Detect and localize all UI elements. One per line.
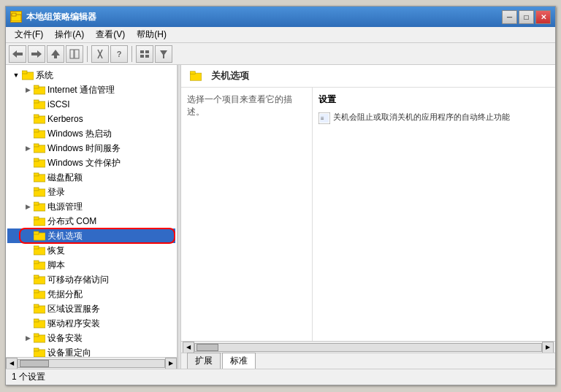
list-item[interactable]: 恢复	[7, 243, 175, 258]
description-text: 选择一个项目来查看它的描述。	[187, 94, 292, 117]
show-hide-button[interactable]	[66, 45, 83, 63]
tree-item-label: 恢复	[47, 244, 65, 257]
list-item[interactable]: iSCSI	[7, 97, 175, 112]
svg-rect-12	[140, 50, 144, 53]
folder-icon	[34, 85, 45, 95]
tree-root-system[interactable]: ▼ 系统	[7, 68, 175, 82]
list-item[interactable]: 驱动程序安装	[7, 316, 175, 331]
svg-rect-48	[34, 290, 39, 293]
expand-icon	[22, 245, 34, 256]
tab-extended[interactable]: 扩展	[187, 353, 221, 369]
svg-rect-14	[140, 55, 144, 58]
svg-rect-30	[34, 158, 39, 161]
right-panel-title: 关机选项	[211, 69, 249, 82]
folder-icon	[34, 347, 45, 357]
folder-icon	[34, 333, 45, 343]
svg-rect-26	[34, 129, 39, 132]
list-item[interactable]: ▶ Windows 时间服务	[7, 141, 175, 155]
list-item[interactable]: 登录	[7, 185, 175, 199]
menu-view[interactable]: 查看(V)	[90, 27, 131, 42]
svg-rect-56	[34, 348, 39, 351]
tree-container[interactable]: ▼ 系统 ▶ Internet 通信管理	[6, 65, 177, 357]
settings-item-text: 关机会阻止或取消关机的应用程序的自动终止功能	[333, 112, 510, 123]
maximize-button[interactable]: □	[519, 10, 534, 24]
list-item[interactable]: Kerberos	[7, 112, 175, 126]
settings-item: ≡ 关机会阻止或取消关机的应用程序的自动终止功能	[318, 112, 549, 124]
list-item[interactable]: ▶ Internet 通信管理	[7, 82, 175, 97]
svg-rect-7	[54, 55, 57, 58]
main-window: 本地组策略编辑器 ─ □ ✕ 文件(F) 操作(A) 查看(V) 帮助(H)	[5, 6, 556, 385]
forward-button[interactable]	[28, 45, 45, 63]
folder-icon	[34, 216, 45, 226]
menu-file[interactable]: 文件(F)	[9, 27, 49, 42]
scroll-left-button[interactable]: ◀	[6, 358, 18, 369]
help-button[interactable]: ?	[110, 45, 128, 63]
list-item[interactable]: 磁盘配额	[7, 170, 175, 185]
title-bar-left: 本地组策略编辑器	[10, 11, 96, 23]
tree-item-label: 磁盘配额	[47, 171, 83, 184]
list-item[interactable]: 可移动存储访问	[7, 272, 175, 287]
svg-rect-18	[22, 71, 27, 74]
list-item[interactable]: ▶ 电源管理	[7, 199, 175, 214]
expand-icon: ▼	[10, 69, 22, 81]
svg-rect-46	[34, 275, 39, 278]
title-bar: 本地组策略编辑器 ─ □ ✕	[6, 7, 555, 27]
window-title: 本地组策略编辑器	[26, 11, 96, 23]
svg-rect-54	[34, 334, 39, 337]
tree-item-label: 凭据分配	[47, 288, 83, 301]
svg-marker-16	[160, 50, 167, 58]
right-hscroll-track[interactable]	[194, 343, 542, 352]
cut-button[interactable]	[91, 45, 109, 63]
right-hscroll-thumb[interactable]	[196, 344, 218, 351]
menu-action[interactable]: 操作(A)	[49, 27, 90, 42]
hscroll-track[interactable]	[18, 359, 165, 368]
close-button[interactable]: ✕	[535, 10, 551, 24]
expand-icon	[22, 99, 34, 110]
right-scroll-left[interactable]: ◀	[183, 342, 194, 353]
list-item[interactable]: ▶ 设备安装	[7, 331, 175, 345]
expand-icon	[22, 347, 34, 357]
right-hscroll[interactable]: ◀ ▶	[181, 341, 555, 353]
svg-rect-44	[34, 261, 39, 264]
scroll-right-button[interactable]: ▶	[165, 358, 177, 369]
list-item[interactable]: Windows 文件保护	[7, 155, 175, 170]
right-scroll-right[interactable]: ▶	[542, 342, 554, 353]
svg-rect-50	[34, 304, 39, 307]
back-button[interactable]	[9, 45, 26, 63]
expand-icon	[22, 274, 34, 285]
view-button[interactable]	[136, 45, 153, 63]
tree-item-label: 区域设置服务	[47, 302, 100, 315]
window-icon	[10, 11, 22, 23]
svg-rect-42	[34, 246, 39, 249]
svg-rect-8	[70, 50, 74, 58]
svg-rect-38	[34, 217, 39, 220]
tree-item-shutdown[interactable]: 关机选项	[7, 228, 175, 243]
menu-help[interactable]: 帮助(H)	[131, 27, 172, 42]
folder-icon	[34, 128, 45, 139]
list-item[interactable]: 凭据分配	[7, 287, 175, 301]
tree-hscroll[interactable]: ◀ ▶	[6, 357, 177, 369]
up-button[interactable]	[47, 45, 64, 63]
list-item[interactable]: 脚本	[7, 258, 175, 272]
expand-icon	[22, 288, 34, 300]
svg-rect-13	[145, 50, 149, 53]
list-item[interactable]: 区域设置服务	[7, 301, 175, 316]
svg-rect-40	[34, 231, 39, 234]
tab-standard[interactable]: 标准	[222, 353, 256, 369]
svg-rect-28	[34, 144, 39, 147]
expand-icon	[22, 230, 34, 242]
expand-icon	[22, 318, 34, 329]
folder-icon	[34, 99, 45, 109]
filter-button[interactable]	[155, 45, 172, 63]
minimize-button[interactable]: ─	[502, 10, 517, 24]
description-panel: 选择一个项目来查看它的描述。	[181, 88, 313, 341]
expand-icon: ▶	[22, 142, 34, 154]
list-item[interactable]: 分布式 COM	[7, 214, 175, 228]
folder-icon	[34, 304, 45, 314]
hscroll-thumb[interactable]	[20, 360, 49, 367]
expand-icon: ▶	[22, 201, 34, 212]
list-item[interactable]: 设备重定向	[7, 345, 175, 357]
list-item[interactable]: Windows 热启动	[7, 126, 175, 141]
svg-marker-6	[51, 50, 60, 55]
folder-icon	[34, 143, 45, 153]
